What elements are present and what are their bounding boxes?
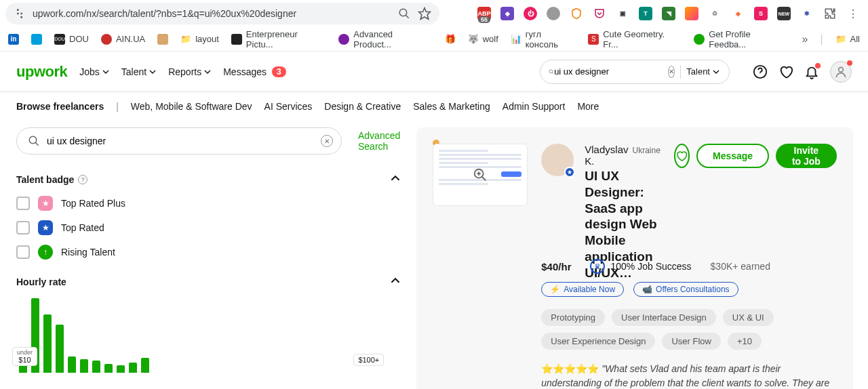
bookmark-advanced[interactable]: Advanced Product... bbox=[338, 29, 432, 49]
bookmark-5[interactable] bbox=[157, 34, 168, 45]
bookmark-geometry[interactable]: SCute Geometry. Fr... bbox=[588, 29, 682, 49]
brave-icon[interactable] bbox=[570, 7, 583, 20]
bookmark-2[interactable] bbox=[31, 34, 42, 45]
bookmark-google-console[interactable]: 📊гугл консоль bbox=[511, 29, 576, 49]
site-settings-icon[interactable] bbox=[14, 7, 26, 20]
url-text: upwork.com/nx/search/talent/?nbs=1&q=ui%… bbox=[33, 8, 391, 19]
portfolio-thumbnail[interactable] bbox=[433, 144, 528, 206]
extension-icons: ABP55 ◆ ⏻ ▣ T ◥ ♻ ◆ S NEW ✱ ⋮ bbox=[475, 7, 863, 20]
bookmark-entrepreneur[interactable]: Enterpreneur Pictu... bbox=[231, 29, 326, 49]
abp-icon[interactable]: ABP55 bbox=[477, 7, 491, 20]
bookmarks-overflow-icon[interactable]: » bbox=[802, 33, 808, 45]
help-icon[interactable] bbox=[753, 64, 768, 79]
review-quote: ⭐⭐⭐⭐⭐ "What sets Vlad and his team apart… bbox=[541, 362, 836, 389]
messages-badge: 3 bbox=[272, 66, 286, 77]
checkbox[interactable] bbox=[16, 197, 30, 210]
zoom-icon bbox=[433, 144, 527, 205]
top-rated-plus-icon: ★ bbox=[38, 196, 53, 211]
skill-chip[interactable]: User Experience Design bbox=[541, 333, 655, 350]
bookmark-9[interactable]: 🎁 bbox=[445, 34, 456, 44]
skill-chip[interactable]: Prototyping bbox=[541, 309, 605, 326]
nav-talent[interactable]: Talent bbox=[121, 66, 156, 77]
bookmark-wolf[interactable]: 🐺wolf bbox=[468, 34, 498, 44]
freelancer-name[interactable]: Vladyslav K. bbox=[585, 144, 628, 167]
avatar[interactable] bbox=[830, 61, 852, 83]
header-search-input[interactable] bbox=[554, 66, 668, 77]
rate-min-label: under$10 bbox=[12, 347, 37, 366]
search-icon bbox=[549, 66, 554, 77]
skill-chip-more[interactable]: +10 bbox=[728, 333, 762, 350]
cat-design[interactable]: Design & Creative bbox=[324, 101, 401, 112]
advanced-search-link[interactable]: Advanced Search bbox=[358, 130, 400, 152]
svg-point-0 bbox=[399, 9, 407, 16]
cat-sales[interactable]: Sales & Marketing bbox=[413, 101, 490, 112]
bookmark-ain[interactable]: AIN.UA bbox=[101, 34, 145, 45]
main-search-input[interactable] bbox=[47, 136, 314, 146]
search-icon[interactable] bbox=[397, 7, 411, 20]
checkbox[interactable] bbox=[16, 245, 30, 259]
ext-icon-12[interactable]: ◆ bbox=[731, 7, 745, 20]
bookmark-layout[interactable]: 📁layout bbox=[180, 34, 219, 44]
filter-title: Hourly rate bbox=[16, 277, 66, 287]
consultations-badge: 📹Offers Consultations bbox=[633, 282, 738, 297]
cat-web[interactable]: Web, Mobile & Software Dev bbox=[131, 101, 252, 112]
menu-icon[interactable]: ⋮ bbox=[846, 7, 860, 20]
star-icon[interactable] bbox=[418, 7, 431, 20]
filter-rising-talent[interactable]: ↑ Rising Talent bbox=[16, 245, 400, 260]
ext-icon-11[interactable]: ♻ bbox=[708, 7, 722, 20]
clear-icon[interactable]: ✕ bbox=[321, 135, 333, 147]
filter-top-rated[interactable]: ★ Top Rated bbox=[16, 220, 400, 235]
hourly-rate-histogram[interactable]: under$10 $100+ bbox=[16, 298, 400, 373]
chevron-up-icon[interactable] bbox=[391, 276, 400, 287]
skill-chip[interactable]: User Interface Design bbox=[612, 309, 716, 326]
avatar[interactable]: ★ bbox=[541, 144, 574, 176]
info-icon[interactable]: ? bbox=[78, 175, 87, 184]
nav-jobs[interactable]: Jobs bbox=[79, 66, 109, 77]
bookmark-upwork[interactable]: Get Profile Feedba... bbox=[694, 29, 789, 49]
filter-top-rated-plus[interactable]: ★ Top Rated Plus bbox=[16, 196, 400, 211]
cat-admin[interactable]: Admin Support bbox=[502, 101, 566, 112]
bookmark-linkedin[interactable]: in bbox=[8, 34, 19, 45]
hourly-rate: $40/hr bbox=[541, 261, 571, 272]
ext-icon-4[interactable] bbox=[547, 7, 560, 20]
skills-list: Prototyping User Interface Design UX & U… bbox=[541, 309, 836, 350]
ext-icon-7[interactable]: ▣ bbox=[616, 7, 629, 20]
cat-more[interactable]: More bbox=[577, 101, 599, 112]
ext-icon-15[interactable]: ✱ bbox=[800, 7, 814, 20]
main-search[interactable]: ✕ bbox=[16, 127, 342, 155]
ext-icon-2[interactable]: ◆ bbox=[500, 7, 514, 20]
bookmark-all[interactable]: 📁All bbox=[835, 34, 860, 44]
chevron-up-icon[interactable] bbox=[391, 173, 400, 185]
bell-icon[interactable] bbox=[804, 64, 819, 79]
url-bar[interactable]: upwork.com/nx/search/talent/?nbs=1&q=ui%… bbox=[5, 3, 439, 24]
invite-button[interactable]: Invite to Job bbox=[776, 144, 836, 168]
ext-icon-3[interactable]: ⏻ bbox=[524, 7, 537, 20]
svg-line-4 bbox=[552, 73, 553, 74]
upwork-logo[interactable]: upwork bbox=[16, 63, 67, 81]
extensions-icon[interactable] bbox=[823, 7, 837, 20]
svg-point-6 bbox=[839, 67, 844, 72]
pocket-icon[interactable] bbox=[593, 7, 606, 20]
favorite-button[interactable] bbox=[674, 144, 690, 168]
ext-icon-14[interactable]: NEW bbox=[777, 7, 791, 20]
skill-chip[interactable]: User Flow bbox=[662, 333, 721, 350]
bookmark-dou[interactable]: DOUDOU bbox=[54, 34, 89, 45]
freelancer-country: Ukraine bbox=[632, 146, 660, 155]
nav-reports[interactable]: Reports bbox=[168, 66, 211, 77]
ext-icon-13[interactable]: S bbox=[754, 7, 768, 20]
header-search[interactable]: ✕ Talent bbox=[540, 60, 730, 84]
ext-icon-8[interactable]: T bbox=[639, 7, 652, 20]
cat-ai[interactable]: AI Services bbox=[264, 101, 313, 112]
checkbox[interactable] bbox=[16, 221, 30, 234]
heart-icon[interactable] bbox=[778, 64, 793, 79]
clear-icon[interactable]: ✕ bbox=[668, 66, 675, 78]
search-type-dropdown[interactable]: Talent bbox=[680, 65, 725, 79]
rising-talent-icon: ↑ bbox=[38, 245, 53, 260]
skill-chip[interactable]: UX & UI bbox=[723, 309, 774, 326]
ext-icon-10[interactable] bbox=[685, 7, 698, 20]
ext-icon-9[interactable]: ◥ bbox=[662, 7, 675, 20]
browser-address-bar: upwork.com/nx/search/talent/?nbs=1&q=ui%… bbox=[0, 0, 868, 27]
search-icon bbox=[28, 135, 40, 147]
nav-messages[interactable]: Messages3 bbox=[223, 66, 286, 77]
message-button[interactable]: Message bbox=[696, 144, 769, 168]
